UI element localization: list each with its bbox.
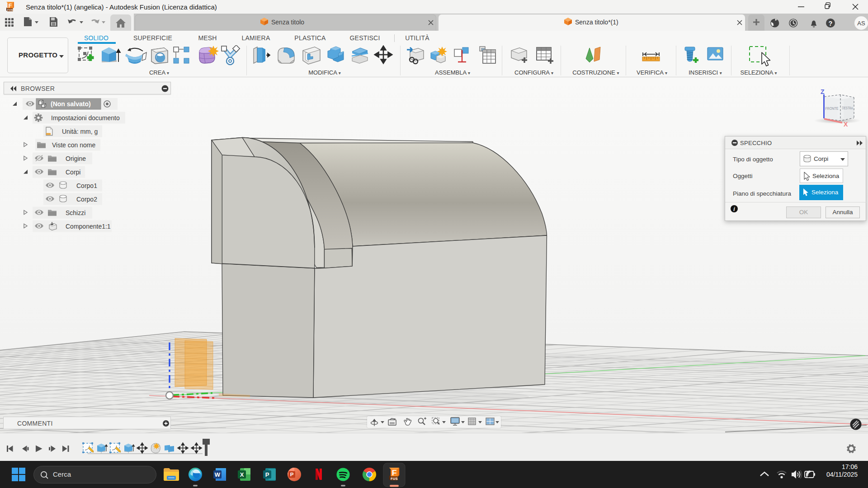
svg-text:X: X bbox=[844, 121, 848, 128]
svg-text:Corpo1: Corpo1 bbox=[76, 182, 97, 189]
svg-text:Componente1:1: Componente1:1 bbox=[66, 223, 111, 230]
svg-text:Schizzi: Schizzi bbox=[66, 209, 85, 216]
svg-text:Unità: mm, g: Unità: mm, g bbox=[62, 128, 98, 135]
svg-text:Corpi: Corpi bbox=[66, 169, 80, 176]
svg-text:Origine: Origine bbox=[66, 155, 86, 162]
svg-text:W: W bbox=[215, 471, 221, 478]
svg-text:AS: AS bbox=[857, 20, 865, 27]
svg-text:?: ? bbox=[829, 20, 833, 27]
svg-text:Viste con nome: Viste con nome bbox=[52, 141, 95, 149]
svg-text:Corpo2: Corpo2 bbox=[76, 196, 97, 203]
svg-text:Z: Z bbox=[821, 88, 825, 95]
svg-text:X: X bbox=[240, 471, 244, 478]
svg-text:DESTRA: DESTRA bbox=[842, 106, 853, 111]
svg-text:P: P bbox=[265, 471, 269, 478]
svg-text:FRONTE: FRONTE bbox=[825, 106, 838, 111]
svg-text:P: P bbox=[290, 472, 294, 477]
svg-text:F: F bbox=[392, 468, 397, 477]
svg-text:Impostazioni documento: Impostazioni documento bbox=[51, 114, 120, 122]
svg-text:(Non salvato): (Non salvato) bbox=[51, 100, 91, 108]
svg-text:FUS: FUS bbox=[391, 477, 398, 481]
